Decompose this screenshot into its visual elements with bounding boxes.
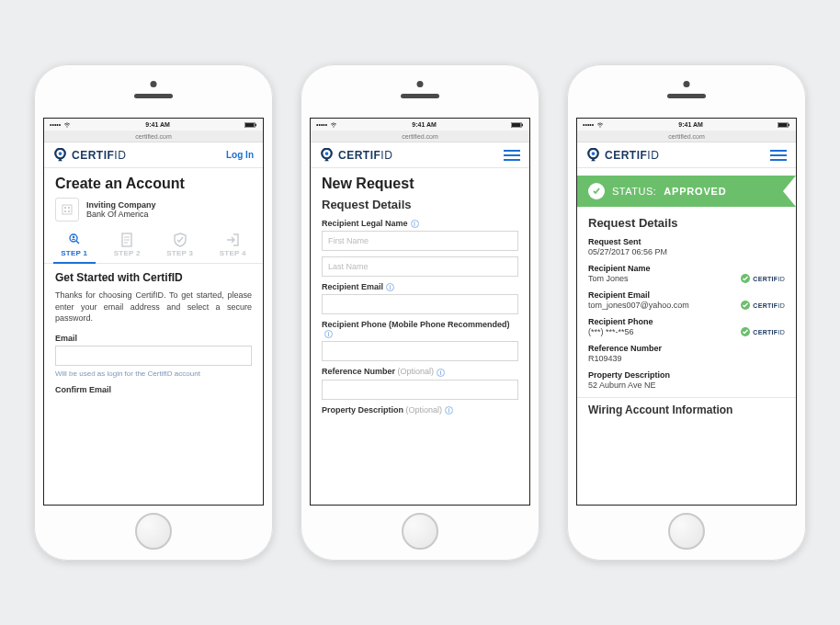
step-3-tab[interactable]: STEP 3 xyxy=(153,229,207,263)
recipient-email-label: Recipient Emaili xyxy=(322,282,518,291)
info-icon[interactable]: i xyxy=(386,283,394,291)
detail-row: Recipient Emailtom_jones007@yahoo.comCER… xyxy=(588,290,785,310)
detail-row: Recipient Phone(***) ***-**56CERTIFID xyxy=(588,317,785,336)
wifi-icon xyxy=(330,122,337,128)
intro-paragraph: Thanks for choosing CertifID. To get sta… xyxy=(55,290,252,324)
svg-rect-6 xyxy=(62,205,72,214)
status-bar: ••••• 9:41 AM xyxy=(311,119,529,131)
detail-label: Property Description xyxy=(588,370,670,380)
svg-rect-9 xyxy=(64,210,66,212)
recipient-email-field[interactable] xyxy=(322,294,518,314)
detail-label: Request Sent xyxy=(588,237,667,246)
svg-rect-21 xyxy=(522,123,523,126)
company-name: Bank Of America xyxy=(86,210,156,219)
certifid-verified-badge: CERTIFID xyxy=(741,327,785,336)
wifi-icon xyxy=(63,122,71,128)
home-button[interactable] xyxy=(402,513,438,550)
menu-button[interactable] xyxy=(504,150,520,161)
phone-frame-3: ••••• 9:41 AM certified.com CERTIFID STA… xyxy=(567,64,806,561)
section-title: Request Details xyxy=(588,216,785,230)
info-icon[interactable]: i xyxy=(411,220,419,228)
certifid-verified-badge: CERTIFID xyxy=(741,301,785,310)
app-header: CERTIFID Log In xyxy=(44,142,263,168)
detail-value: 52 Auburn Ave NE xyxy=(588,381,670,390)
page-title: New Request xyxy=(322,176,518,192)
address-bar: certified.com xyxy=(44,131,263,142)
brand-logo: CERTIFID xyxy=(320,148,392,162)
detail-value: tom_jones007@yahoo.com xyxy=(588,301,689,310)
section-subtitle: Get Started with CertifID xyxy=(55,271,252,284)
logo-icon xyxy=(53,148,67,162)
svg-rect-2 xyxy=(245,122,254,126)
check-badge-icon xyxy=(741,274,750,283)
enter-icon xyxy=(225,233,240,247)
home-button[interactable] xyxy=(668,513,705,550)
detail-row: Reference NumberR109439 xyxy=(588,344,785,363)
battery-icon xyxy=(244,122,257,128)
svg-point-29 xyxy=(592,152,596,155)
brand-logo: CERTIFID xyxy=(53,148,126,162)
info-icon[interactable]: i xyxy=(445,406,453,415)
step-4-tab[interactable]: STEP 4 xyxy=(207,229,260,263)
step-2-tab[interactable]: STEP 2 xyxy=(101,229,154,263)
detail-row: Recipient NameTom JonesCERTIFID xyxy=(588,264,785,283)
menu-button[interactable] xyxy=(770,150,787,161)
info-icon[interactable]: i xyxy=(324,330,333,338)
status-label: STATUS: xyxy=(612,186,656,197)
logo-icon xyxy=(586,148,600,162)
clock: 9:41 AM xyxy=(145,121,170,128)
company-label: Inviting Company xyxy=(86,200,156,210)
reference-number-field[interactable] xyxy=(322,380,518,400)
screen-new-request: ••••• 9:41 AM certified.com CERTIFID New… xyxy=(310,118,530,506)
svg-rect-20 xyxy=(512,122,520,126)
shield-check-icon xyxy=(174,233,187,247)
logo-icon xyxy=(320,148,334,162)
check-badge-icon xyxy=(741,301,750,310)
check-circle-icon xyxy=(588,183,605,199)
recipient-phone-label: Recipient Phone (Mobile Phone Recommende… xyxy=(322,320,518,338)
email-field[interactable] xyxy=(55,346,252,366)
detail-value: (***) ***-**56 xyxy=(588,327,653,336)
info-icon[interactable]: i xyxy=(437,369,445,377)
app-header: CERTIFID xyxy=(311,142,529,168)
check-badge-icon xyxy=(741,327,750,336)
address-bar: certified.com xyxy=(311,131,529,142)
screen-request-approved: ••••• 9:41 AM certified.com CERTIFID STA… xyxy=(576,118,797,506)
detail-value: 05/27/2017 06:56 PM xyxy=(588,247,667,256)
battery-icon xyxy=(778,122,790,128)
building-icon xyxy=(55,198,79,222)
address-bar: certified.com xyxy=(577,131,796,142)
email-hint: Will be used as login for the CertifID a… xyxy=(55,369,252,378)
detail-row: Request Sent05/27/2017 06:56 PM xyxy=(588,237,785,256)
battery-icon xyxy=(511,122,524,128)
recipient-phone-field[interactable] xyxy=(322,341,518,361)
document-icon xyxy=(120,233,133,247)
svg-line-13 xyxy=(76,241,79,244)
wifi-icon xyxy=(596,122,604,128)
home-button[interactable] xyxy=(135,513,172,550)
svg-point-12 xyxy=(72,236,74,239)
app-header: CERTIFID xyxy=(577,142,796,168)
confirm-email-label: Confirm Email xyxy=(55,385,252,394)
last-name-field[interactable] xyxy=(322,256,518,277)
svg-point-24 xyxy=(600,126,601,127)
signal-dots: ••••• xyxy=(50,121,61,128)
svg-rect-27 xyxy=(789,123,789,126)
svg-rect-26 xyxy=(778,122,787,126)
login-link[interactable]: Log In xyxy=(226,150,254,160)
detail-value: Tom Jones xyxy=(588,274,651,283)
svg-point-18 xyxy=(334,126,335,127)
svg-rect-3 xyxy=(255,123,256,126)
first-name-field[interactable] xyxy=(322,231,518,251)
clock: 9:41 AM xyxy=(412,121,437,128)
status-bar: ••••• 9:41 AM xyxy=(577,119,796,131)
detail-row: Property Description52 Auburn Ave NE xyxy=(588,370,785,390)
wiring-section-title: Wiring Account Information xyxy=(577,397,796,416)
page-title: Create an Account xyxy=(55,176,252,192)
certifid-verified-badge: CERTIFID xyxy=(741,274,785,283)
screen-create-account: ••••• 9:41 AM certified.com CERTIFID Log… xyxy=(43,118,264,506)
status-banner: STATUS: APPROVED xyxy=(577,176,796,207)
svg-rect-8 xyxy=(68,207,70,209)
step-1-tab[interactable]: STEP 1 xyxy=(48,229,101,263)
clock: 9:41 AM xyxy=(678,121,703,128)
